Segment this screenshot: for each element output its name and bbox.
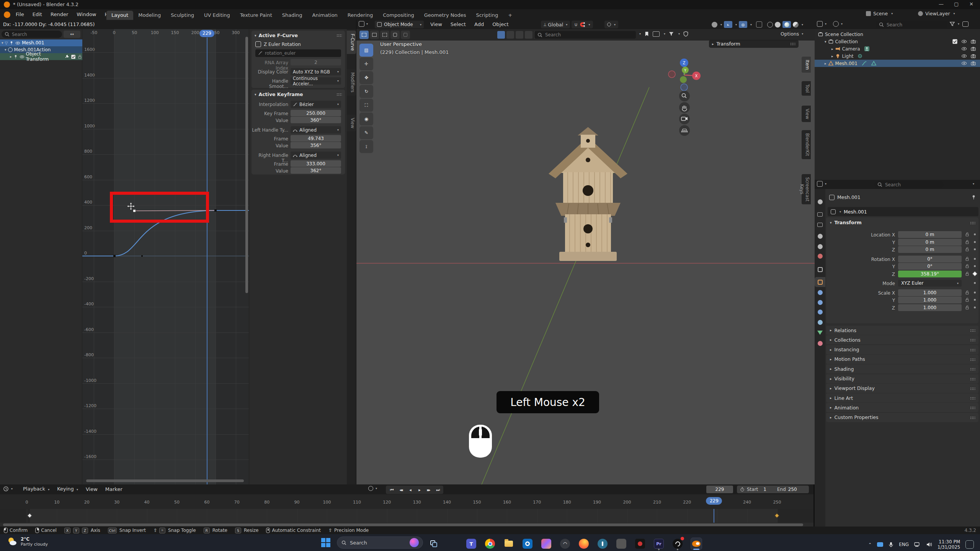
- timeline-menu-view[interactable]: View: [82, 484, 101, 494]
- outliner-row-mesh-001[interactable]: ▸Mesh.001: [815, 60, 980, 67]
- tray-onedrive-icon[interactable]: [877, 542, 883, 547]
- tray-clock[interactable]: 11:30 PM 1/31/2025: [938, 539, 960, 550]
- menu-edit[interactable]: Edit: [28, 9, 46, 20]
- panel-relations[interactable]: ▸Relations: [826, 326, 978, 335]
- menu-render[interactable]: Render: [46, 9, 72, 20]
- animate-dot-icon[interactable]: [974, 282, 976, 284]
- keyframe-diamond-icon[interactable]: [972, 271, 977, 276]
- eye-icon[interactable]: [961, 46, 967, 52]
- properties-tab-object[interactable]: [815, 277, 825, 287]
- panel-line-art[interactable]: ▸Line Art: [826, 393, 978, 403]
- taskbar-search[interactable]: Search: [337, 536, 423, 549]
- properties-tab-object-data[interactable]: [815, 328, 825, 337]
- graph-plot[interactable]: 16001400120010008006004002000-200-400-60…: [82, 29, 249, 484]
- properties-tab-modifiers[interactable]: [815, 287, 825, 297]
- tray-mic-icon[interactable]: [889, 542, 893, 548]
- graph-sidebar-tab-modifiers[interactable]: Modifiers: [347, 69, 356, 96]
- taskbar-app-premiere[interactable]: Pr: [653, 538, 665, 550]
- lock-icon[interactable]: [965, 297, 970, 303]
- transform-value-y-1[interactable]: 0 m: [898, 239, 962, 246]
- camph-icon[interactable]: [970, 46, 976, 52]
- taskbar-app-firefox[interactable]: [578, 538, 590, 550]
- zoom-button[interactable]: [679, 91, 690, 101]
- outliner-search-input[interactable]: Search: [876, 21, 947, 28]
- panel-viewport-display[interactable]: ▸Viewport Display: [826, 384, 978, 393]
- animate-dot-icon[interactable]: [974, 258, 976, 260]
- panel-header-active-fcurve[interactable]: ▾Active F-Curve: [252, 31, 345, 40]
- maximize-button[interactable]: ▢: [954, 1, 959, 7]
- outliner-row-scene-collection[interactable]: Scene Collection: [815, 31, 980, 38]
- outliner-display-mode[interactable]: ▾: [833, 21, 843, 27]
- properties-tab-output[interactable]: [815, 220, 825, 230]
- transform-value-mode-6[interactable]: XYZ Euler▾: [898, 280, 962, 287]
- viewport-3d[interactable]: ▾ Object Mode▾ ViewSelectAddObject ⟂Glob…: [356, 20, 815, 484]
- frame-range-fields[interactable]: Start 1 End 250: [737, 486, 809, 493]
- playback-play-reverse-button[interactable]: ◂: [406, 486, 414, 493]
- tool-select-box[interactable]: ▧: [359, 44, 373, 57]
- transform-npanel-header[interactable]: ▸Transform: [709, 40, 799, 48]
- disclosure-right-icon[interactable]: ▸: [825, 62, 826, 65]
- animate-dot-icon[interactable]: [974, 299, 976, 301]
- disclosure-right-icon[interactable]: ▸: [831, 54, 833, 58]
- menu-file[interactable]: File: [11, 9, 28, 20]
- viewlayer-selector[interactable]: ViewLayer ▾: [918, 11, 955, 16]
- properties-tab-material[interactable]: [815, 338, 825, 348]
- rna-path-field[interactable]: rotation_euler: [255, 49, 341, 57]
- current-frame-field[interactable]: 229: [706, 486, 733, 493]
- workspace-tab-scripting[interactable]: Scripting: [471, 11, 503, 20]
- panel-motion-paths[interactable]: ▸Motion Paths: [826, 355, 978, 364]
- timeline-playhead-badge[interactable]: 229: [706, 497, 722, 505]
- camph-icon[interactable]: [970, 53, 976, 59]
- left-value[interactable]: 356°: [291, 142, 341, 148]
- workspace-tab-uv-editing[interactable]: UV Editing: [199, 11, 235, 20]
- navigation-gizmo[interactable]: Z Y X: [665, 37, 707, 137]
- properties-tab-scene[interactable]: [815, 241, 825, 251]
- graph-hscrollbar[interactable]: [86, 479, 244, 482]
- graph-sidebar-tab-f-curve[interactable]: F-Curve: [347, 31, 356, 54]
- lock-icon[interactable]: [77, 54, 82, 59]
- outliner-row-collection[interactable]: ▾Collection: [815, 38, 980, 45]
- taskbar-app-obs[interactable]: [672, 538, 683, 550]
- tray-network-icon[interactable]: [914, 542, 921, 547]
- properties-tab-tool[interactable]: [815, 197, 825, 207]
- taskbar-app-red-app[interactable]: [634, 538, 646, 550]
- timeline-menu-keying[interactable]: Keying ▾: [53, 484, 82, 495]
- timeline-track[interactable]: [0, 509, 813, 523]
- channel-filter-toggle[interactable]: ↔: [64, 31, 80, 38]
- tool-cursor[interactable]: ✛: [359, 57, 373, 70]
- lock-icon[interactable]: [965, 247, 970, 253]
- animate-dot-icon[interactable]: [974, 248, 976, 250]
- keyframe-value[interactable]: 360°: [291, 117, 341, 123]
- npanel-tab-view[interactable]: View: [802, 106, 811, 122]
- lock-icon[interactable]: [965, 264, 970, 270]
- channel-search-input[interactable]: Search: [2, 31, 62, 38]
- tool-scale[interactable]: ⛶: [359, 99, 373, 112]
- minimize-button[interactable]: —: [939, 1, 944, 7]
- camph-icon[interactable]: [970, 39, 976, 44]
- lock-icon[interactable]: [965, 256, 970, 262]
- graph-vscrollbar[interactable]: [245, 37, 248, 293]
- properties-search-input[interactable]: Search: [874, 181, 943, 188]
- right-value[interactable]: 362°: [291, 167, 341, 174]
- taskbar-app-chrome[interactable]: [484, 538, 496, 550]
- playback-prev-keyframe-button[interactable]: ◂◂: [397, 486, 405, 493]
- properties-editor-type[interactable]: ▾: [817, 181, 826, 187]
- disclosure-right-icon[interactable]: ▸: [831, 47, 833, 51]
- taskbar-app-blender[interactable]: [691, 538, 702, 550]
- taskbar-app-blue-app[interactable]: [597, 538, 608, 550]
- tray-language[interactable]: ENG: [899, 542, 909, 547]
- disclosure-down-icon[interactable]: ▾: [825, 40, 826, 44]
- transform-value-z-9[interactable]: 1.000: [898, 304, 962, 311]
- interpolation-dropdown[interactable]: Bézier▾: [291, 101, 341, 108]
- npanel-tab-tool[interactable]: Tool: [802, 81, 811, 96]
- timeline-ruler[interactable]: 0102030405060708090100110120130140150160…: [0, 494, 813, 509]
- taskbar-app-teams[interactable]: T: [466, 538, 477, 550]
- workspace-tab-rendering[interactable]: Rendering: [343, 11, 378, 20]
- timeline-playhead-line[interactable]: [714, 509, 714, 523]
- outliner-filter[interactable]: ▾: [949, 21, 969, 27]
- taskbar-app-copilot[interactable]: [447, 538, 458, 550]
- left-frame-value[interactable]: 49.743: [291, 135, 341, 142]
- checkbox-icon[interactable]: [71, 54, 76, 59]
- tool-rotate[interactable]: ↻: [359, 85, 373, 98]
- properties-tab-collection[interactable]: [815, 264, 825, 274]
